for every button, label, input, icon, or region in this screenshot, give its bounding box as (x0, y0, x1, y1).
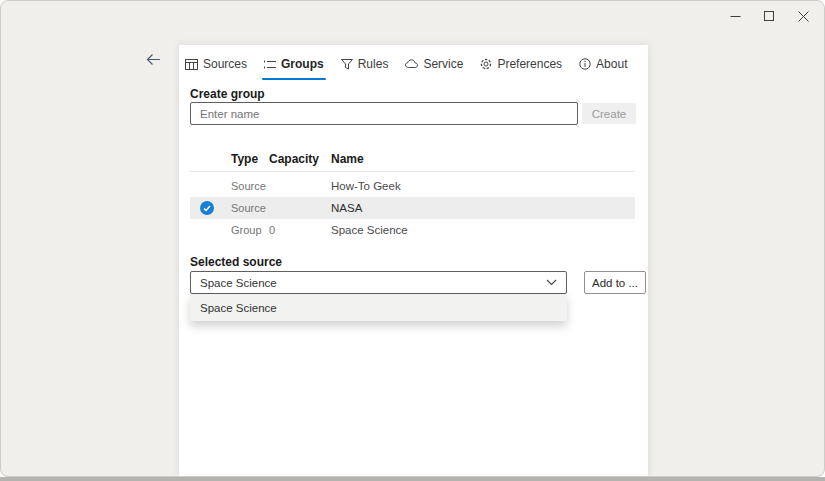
cell-name: How-To Geek (331, 180, 401, 192)
create-button[interactable]: Create (582, 103, 636, 124)
back-button[interactable] (140, 47, 166, 71)
table-row-space-science[interactable]: Group 0 Space Science (190, 219, 635, 241)
selected-source-label: Selected source (190, 255, 282, 269)
window-bottom-shadow (0, 477, 825, 481)
create-group-label: Create group (190, 87, 265, 101)
tab-label: Service (423, 57, 463, 71)
maximize-button[interactable] (752, 2, 786, 30)
cell-type: Source (231, 180, 266, 192)
tab-label: Preferences (497, 57, 562, 71)
add-to-button[interactable]: Add to ... (584, 271, 646, 294)
tab-label: Sources (203, 57, 247, 71)
tab-groups[interactable]: Groups (264, 52, 324, 80)
table-row-nasa[interactable]: Source NASA (190, 197, 635, 219)
content-panel: Sources Groups Rules Service (179, 45, 648, 476)
sources-icon (185, 59, 198, 70)
column-header-name: Name (331, 152, 364, 166)
cell-capacity: 0 (269, 224, 275, 236)
tab-about[interactable]: About (579, 52, 627, 80)
cell-type: Group (231, 224, 262, 236)
column-header-type: Type (231, 152, 258, 166)
table-header: Type Capacity Name (190, 152, 635, 170)
cell-name: Space Science (331, 224, 408, 236)
dropdown-option-space-science[interactable]: Space Science (190, 295, 567, 320)
tab-label: About (596, 57, 627, 71)
groups-icon (264, 59, 276, 70)
back-arrow-icon (146, 53, 161, 66)
minimize-button[interactable] (718, 2, 752, 30)
tab-bar: Sources Groups Rules Service (185, 52, 644, 80)
chevron-down-icon (546, 279, 557, 286)
tab-label: Groups (281, 57, 324, 71)
header-divider (190, 171, 635, 172)
column-header-capacity: Capacity (269, 152, 319, 166)
maximize-icon (764, 11, 774, 21)
minimize-icon (730, 11, 741, 22)
combobox-value: Space Science (200, 277, 277, 289)
about-icon (579, 58, 591, 70)
tab-service[interactable]: Service (405, 52, 463, 80)
tab-label: Rules (358, 57, 389, 71)
selected-check-icon (200, 201, 214, 215)
tab-preferences[interactable]: Preferences (480, 52, 562, 80)
app-window: Sources Groups Rules Service (0, 0, 825, 477)
tab-sources[interactable]: Sources (185, 52, 247, 80)
close-icon (798, 11, 809, 22)
preferences-icon (480, 58, 492, 70)
close-button[interactable] (786, 2, 820, 30)
titlebar-controls (718, 1, 820, 31)
cell-type: Source (231, 202, 266, 214)
table-row-how-to-geek[interactable]: Source How-To Geek (190, 175, 635, 197)
service-icon (405, 59, 418, 69)
selected-source-combobox[interactable]: Space Science (190, 271, 567, 294)
tab-rules[interactable]: Rules (341, 52, 389, 80)
group-name-input[interactable] (190, 102, 578, 125)
cell-name: NASA (331, 202, 362, 214)
combobox-dropdown: Space Science (190, 294, 567, 321)
rules-icon (341, 59, 353, 70)
